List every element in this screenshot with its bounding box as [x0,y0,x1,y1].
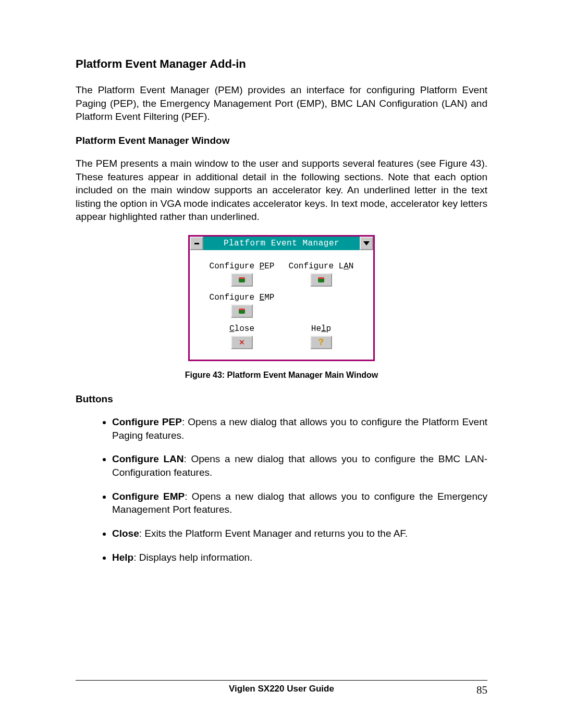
close-item: Close ✕ [205,324,278,349]
window-body: Configure PEP Configure LAN Configure EM… [190,250,373,360]
configure-pep-button[interactable] [231,273,253,287]
titlebar: Platform Event Manager [190,237,373,250]
page-footer: Viglen SX220 User Guide 85 [76,680,487,697]
configure-lan-button[interactable] [310,273,332,287]
section-heading: Platform Event Manager Add-in [76,57,487,71]
window-title: Platform Event Manager [203,237,360,250]
help-button[interactable]: ? [310,336,332,349]
help-label: Help [285,324,358,334]
pem-window-paragraph: The PEM presents a main window to the us… [76,157,487,224]
buttons-list: Configure PEP: Opens a new dialog that a… [76,415,487,564]
close-label: Close [205,324,278,334]
dropdown-icon [363,241,370,245]
intro-paragraph: The Platform Event Manager (PEM) provide… [76,83,487,124]
footer-title: Viglen SX220 User Guide [76,684,487,694]
list-item: Configure PEP: Opens a new dialog that a… [112,415,487,442]
configure-lan-item: Configure LAN [285,262,358,287]
close-button[interactable]: ✕ [231,336,253,349]
minimize-button[interactable] [360,237,373,250]
config-icon [239,277,245,282]
configure-pep-item: Configure PEP [205,262,278,287]
list-item: Close: Exits the Platform Event Manager … [112,527,487,540]
configure-emp-label: Configure EMP [205,293,278,302]
configure-pep-label: Configure PEP [205,262,278,271]
configure-lan-label: Configure LAN [285,262,358,271]
pem-window: Platform Event Manager Configure PEP Con… [188,235,375,361]
list-item: Configure LAN: Opens a new dialog that a… [112,452,487,479]
page-number: 85 [476,684,487,697]
close-icon: ✕ [239,339,245,346]
help-icon: ? [319,339,324,346]
configure-emp-item: Configure EMP [205,293,278,318]
configure-emp-button[interactable] [231,304,253,318]
subheading-pem-window: Platform Event Manager Window [76,135,487,146]
list-item: Help: Displays help information. [112,551,487,564]
figure-43: Platform Event Manager Configure PEP Con… [76,235,487,361]
figure-caption: Figure 43: Platform Event Manager Main W… [76,371,487,380]
system-menu-button[interactable] [190,237,203,250]
list-item: Configure EMP: Opens a new dialog that a… [112,490,487,516]
system-menu-icon [194,243,199,244]
config-icon [318,277,324,282]
help-item: Help ? [285,324,358,349]
buttons-heading: Buttons [76,393,487,405]
config-icon [239,309,245,314]
